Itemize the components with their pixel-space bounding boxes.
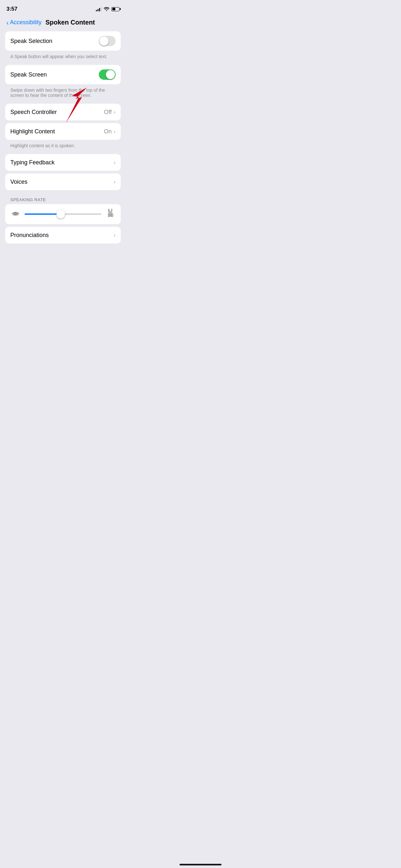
typing-feedback-label: Typing Feedback (10, 159, 55, 166)
status-icons (96, 6, 120, 12)
page-title: Spoken Content (45, 19, 95, 26)
speak-screen-hint-text: Swipe down with two fingers from the top… (5, 86, 121, 101)
back-button[interactable]: ‹ Accessibility (6, 19, 42, 26)
voices-chevron: › (114, 179, 116, 185)
speak-screen-card: Speak Screen (5, 65, 121, 84)
highlight-content-row[interactable]: Highlight Content On › (5, 123, 121, 140)
voices-row[interactable]: Voices › (5, 174, 121, 190)
speech-controller-value: Off (104, 109, 112, 116)
typing-feedback-card: Typing Feedback › (5, 154, 121, 171)
pronunciations-nav-right: › (114, 232, 116, 239)
speak-screen-toggle[interactable] (99, 69, 116, 80)
speech-controller-label: Speech Controller (10, 109, 57, 116)
speak-selection-label: Speak Selection (10, 38, 52, 44)
rabbit-icon (105, 209, 116, 220)
signal-icon (96, 7, 102, 11)
battery-icon (112, 7, 120, 11)
svg-point-14 (112, 214, 114, 216)
voices-card: Voices › (5, 174, 121, 190)
status-bar: 3:57 (0, 0, 126, 16)
svg-point-4 (14, 213, 17, 215)
settings-content: Speak Selection A Speak button will appe… (0, 31, 126, 244)
speaking-rate-card (5, 204, 121, 224)
pronunciations-group: Pronunciations › (5, 227, 121, 244)
speaking-rate-group: SPEAKING RATE (5, 193, 121, 224)
speak-selection-hint: A Speak button will appear when you sele… (5, 53, 121, 62)
voices-group: Voices › (5, 174, 121, 190)
speaking-rate-label: SPEAKING RATE (5, 193, 121, 204)
voices-label: Voices (10, 179, 27, 185)
highlight-content-label: Highlight Content (10, 128, 55, 135)
highlight-content-hint-container: Highlight content as it is spoken. (5, 142, 121, 151)
highlight-content-chevron: › (114, 128, 116, 135)
wifi-icon (104, 6, 110, 12)
highlight-content-nav-right: On › (104, 128, 116, 135)
voices-nav-right: › (114, 179, 116, 185)
typing-feedback-row[interactable]: Typing Feedback › (5, 154, 121, 171)
svg-point-16 (111, 216, 113, 217)
turtle-icon (10, 210, 21, 219)
speak-selection-toggle[interactable] (99, 36, 116, 46)
typing-feedback-nav-right: › (114, 159, 116, 166)
typing-feedback-group: Typing Feedback › (5, 154, 121, 171)
speak-screen-hint: Swipe down with two fingers from the top… (5, 86, 121, 101)
svg-point-9 (18, 213, 19, 214)
speech-controller-row[interactable]: Speech Controller Off › (5, 104, 121, 120)
pronunciations-chevron: › (114, 232, 116, 239)
speak-selection-hint-text: A Speak button will appear when you sele… (5, 53, 121, 62)
speak-screen-label: Speak Screen (10, 71, 47, 78)
pronunciations-card: Pronunciations › (5, 227, 121, 244)
speak-screen-group: Speak Screen Swipe down with two fingers… (5, 65, 121, 101)
typing-feedback-chevron: › (114, 159, 116, 166)
speech-controller-nav-right: Off › (104, 109, 116, 116)
highlight-content-card: Highlight Content On › (5, 123, 121, 140)
nav-bar: ‹ Accessibility Spoken Content (0, 16, 126, 31)
speak-selection-group: Speak Selection A Speak button will appe… (5, 31, 121, 62)
highlight-content-value: On (104, 128, 112, 135)
pronunciations-row[interactable]: Pronunciations › (5, 227, 121, 244)
highlight-content-group: Highlight Content On › Highlight content… (5, 123, 121, 151)
speech-controller-card: Speech Controller Off › (5, 104, 121, 120)
speak-selection-row[interactable]: Speak Selection (5, 31, 121, 51)
back-label: Accessibility (10, 19, 42, 26)
speak-screen-row[interactable]: Speak Screen (5, 65, 121, 84)
pronunciations-label: Pronunciations (10, 232, 49, 239)
svg-point-13 (109, 211, 112, 214)
svg-point-15 (108, 216, 110, 217)
status-time: 3:57 (6, 6, 18, 12)
speech-controller-chevron: › (114, 109, 116, 116)
speech-controller-group: Speech Controller Off › (5, 104, 121, 120)
speaking-rate-slider[interactable] (25, 210, 101, 218)
highlight-content-hint-text: Highlight content as it is spoken. (5, 142, 121, 151)
speak-selection-card: Speak Selection (5, 31, 121, 51)
back-chevron-icon: ‹ (6, 20, 9, 26)
